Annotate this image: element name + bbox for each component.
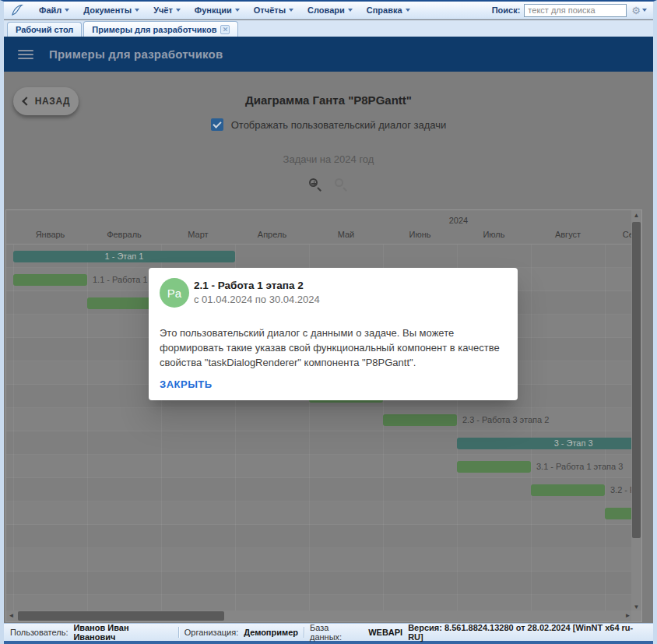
month-label: Сентябрь — [605, 230, 633, 239]
page-title: Диаграмма Ганта "P8PGantt" — [4, 93, 653, 107]
month-label: Август — [531, 230, 605, 239]
gantt-year-row: 2024 — [6, 210, 633, 227]
zoom-controls — [4, 178, 653, 192]
horizontal-scrollbar-thumb[interactable] — [18, 611, 224, 621]
gantt-row — [6, 595, 633, 612]
vertical-scrollbar-thumb[interactable] — [632, 222, 641, 538]
month-label: Февраль — [87, 230, 161, 239]
gear-icon: ⚙ — [631, 5, 641, 16]
menu-items: ФайлДокументыУчётФункцииОтчётыСловариСпр… — [32, 4, 417, 16]
version-info: Версия: 8.561.8824.13280 от 28.02.2024 [… — [408, 623, 647, 642]
gantt-bar-work[interactable] — [605, 508, 633, 519]
search-settings-button[interactable]: ⚙ — [631, 5, 647, 16]
chevron-down-icon — [348, 9, 353, 12]
status-separator — [178, 627, 179, 638]
tab-close-icon[interactable]: ✕ — [220, 25, 230, 34]
gantt-bar-work[interactable] — [457, 461, 531, 473]
tab-desktop-label: Рабочий стол — [16, 25, 73, 34]
user-label: Пользователь: — [10, 628, 68, 637]
gantt-months-row: ЯнварьФевральМартАпрельМайИюньИюльАвгуст… — [6, 227, 633, 245]
month-label: Июль — [457, 230, 531, 239]
gantt-row — [6, 572, 633, 595]
task-dialog-body: Это пользовательский диалог с данными о … — [160, 326, 505, 370]
gantt-bar-label: 3 - Этап 3 — [457, 438, 633, 449]
app-header: Примеры для разработчиков — [4, 37, 653, 72]
chevron-down-icon — [65, 9, 69, 12]
org-label: Организация: — [184, 628, 238, 637]
gantt-row — [6, 548, 633, 572]
month-label: Июнь — [383, 230, 457, 239]
gantt-bar-work[interactable] — [383, 414, 457, 426]
menu-item-функции[interactable]: Функции — [188, 4, 247, 16]
chevron-down-icon — [176, 9, 181, 12]
month-label: Январь — [13, 230, 87, 239]
tab-desktop[interactable]: Рабочий стол — [7, 22, 82, 37]
gantt-gridline — [13, 245, 14, 612]
org-value: Демопример — [244, 628, 298, 637]
menu-item-учёт[interactable]: Учёт — [146, 4, 188, 16]
month-label: Май — [309, 230, 383, 239]
menu-item-справка[interactable]: Справка — [360, 4, 417, 16]
search-input[interactable] — [524, 4, 627, 17]
gantt-gridline — [605, 245, 606, 612]
task-dialog-title: 2.1 - Работа 1 этапа 2 — [194, 280, 304, 291]
app-logo-quill-icon — [10, 4, 24, 16]
dialog-close-button[interactable]: ЗАКРЫТЬ — [160, 378, 213, 390]
tab-examples-label: Примеры для разработчиков — [92, 25, 216, 34]
gantt-subtitle: Задачи на 2024 год — [4, 153, 653, 165]
app-header-title: Примеры для разработчиков — [49, 48, 223, 61]
tab-examples[interactable]: Примеры для разработчиков ✕ — [83, 21, 238, 37]
db-label: База данных: — [310, 623, 363, 642]
horizontal-scrollbar[interactable]: ◄ ► — [6, 611, 633, 621]
db-value: WEBAPI — [368, 628, 402, 637]
chevron-down-icon — [642, 9, 647, 12]
main-menubar: ФайлДокументыУчётФункцииОтчётыСловариСпр… — [4, 2, 653, 19]
task-dialog-dates: с 01.04.2024 по 30.04.2024 — [194, 294, 320, 305]
chevron-down-icon — [135, 9, 139, 12]
month-label: Апрель — [235, 230, 309, 239]
show-dialog-checkbox[interactable] — [211, 118, 223, 131]
gantt-bar-work[interactable] — [13, 274, 87, 286]
menu-item-отчёты[interactable]: Отчёты — [247, 4, 300, 16]
chevron-down-icon — [289, 9, 293, 12]
application-window: ФайлДокументыУчётФункцииОтчётыСловариСпр… — [0, 0, 657, 644]
scroll-left-icon[interactable]: ◄ — [6, 611, 16, 621]
show-dialog-checkbox-label: Отображать пользовательский диалог задач… — [231, 119, 447, 131]
scrollbar-corner — [631, 611, 641, 621]
hamburger-menu-icon[interactable] — [18, 50, 33, 59]
gantt-bar-label: 3.1 - Работа 1 этапа 3 — [536, 461, 623, 473]
scroll-up-icon[interactable]: ▲ — [631, 210, 641, 220]
gantt-bar-label: 2.3 - Работа 3 этапа 2 — [462, 414, 549, 426]
chevron-down-icon — [235, 9, 240, 12]
search-label: Поиск: — [492, 5, 521, 15]
gantt-bar-stage[interactable]: 1 - Этап 1 — [13, 251, 235, 262]
status-separator — [304, 627, 304, 638]
vertical-scrollbar[interactable]: ▲ ▼ — [631, 210, 641, 612]
gantt-gridline — [531, 245, 532, 612]
gantt-bar-label: 3.2 - Работа 2 этапа 3 — [610, 484, 633, 496]
gantt-bar-work[interactable] — [531, 484, 605, 496]
gantt-row — [6, 501, 633, 525]
month-label: Март — [161, 230, 235, 239]
gantt-row — [6, 525, 633, 548]
dialog-checkbox-row: Отображать пользовательский диалог задач… — [4, 118, 653, 131]
gantt-bar-label: 1 - Этап 1 — [13, 251, 235, 262]
zoom-in-icon[interactable] — [309, 178, 322, 192]
task-dialog: Pa 2.1 - Работа 1 этапа 2 с 01.04.2024 п… — [149, 268, 518, 400]
tab-strip: Рабочий стол Примеры для разработчиков ✕ — [4, 20, 653, 37]
menu-item-файл[interactable]: Файл — [32, 4, 76, 16]
task-avatar: Pa — [160, 278, 189, 308]
status-bar: Пользователь: Иванов Иван Иванович Орган… — [4, 623, 653, 644]
zoom-out-icon — [335, 178, 348, 192]
menu-item-документы[interactable]: Документы — [76, 4, 146, 16]
user-value: Иванов Иван Иванович — [73, 623, 172, 642]
menu-item-словари[interactable]: Словари — [300, 4, 360, 16]
gantt-year-label: 2024 — [435, 216, 482, 225]
gantt-bar-stage[interactable]: 3 - Этап 3 — [457, 438, 633, 449]
chevron-down-icon — [406, 9, 410, 12]
